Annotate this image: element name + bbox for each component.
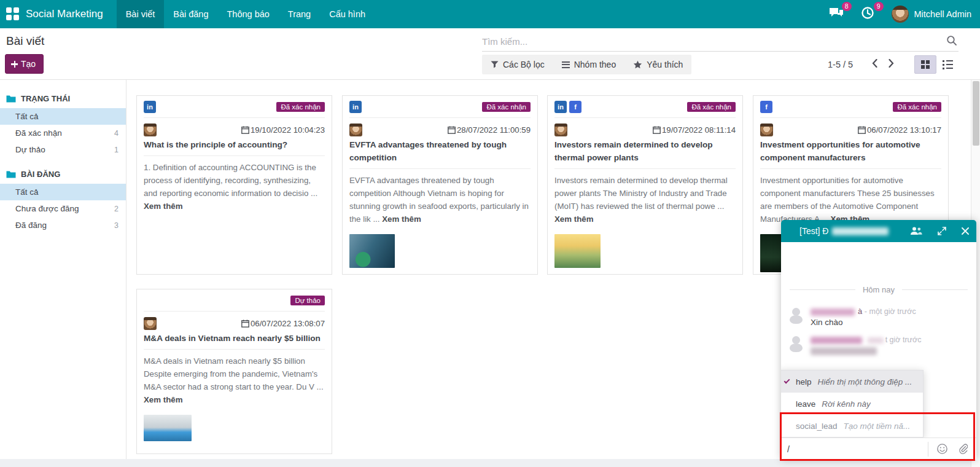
page-title: Bài viết [6, 34, 44, 48]
scrollbar-thumb[interactable] [973, 81, 979, 146]
filter-sidebar: TRẠNG THÁI Tất cả Đã xác nhận 4 Dự thảo … [0, 80, 126, 467]
read-more-link[interactable]: Xem thêm [144, 202, 183, 211]
sidebar-item-posts-all[interactable]: Tất cả [0, 184, 126, 200]
post-image [144, 415, 192, 441]
author-avatar [144, 317, 157, 330]
calendar-icon [448, 126, 456, 134]
linkedin-icon: in [554, 101, 567, 113]
message-text-redacted [811, 347, 877, 355]
status-badge: Đã xác nhận [276, 102, 325, 112]
kanban-view-button[interactable] [914, 55, 936, 74]
search-icon[interactable] [946, 35, 957, 49]
pager-next-button[interactable] [883, 57, 900, 73]
time-redacted [868, 337, 884, 343]
menu-bai-dang[interactable]: Bài đăng [164, 0, 217, 28]
date-divider: Hôm nay [790, 285, 968, 294]
sidebar-item-confirmed[interactable]: Đã xác nhận 4 [0, 125, 126, 141]
post-date: 28/07/2022 11:00:59 [448, 125, 531, 135]
messages-icon[interactable]: 8 [829, 6, 845, 22]
chat-header[interactable]: [Test] Đ [781, 220, 976, 242]
post-image [349, 234, 395, 268]
sidebar-section-posts: BÀI ĐĂNG [0, 164, 126, 184]
status-badge: Dự thảo [290, 296, 325, 305]
card-body: M&A deals in Vietnam reach nearly $5 bil… [144, 355, 325, 406]
attachment-icon[interactable] [956, 444, 976, 454]
card-title: M&A deals in Vietnam reach nearly $5 bil… [144, 332, 325, 345]
card-title: EVFTA advantages threatened by tough com… [349, 138, 531, 164]
kanban-card[interactable]: Dự thảo 06/07/2022 13:08:07 M&A deals in… [136, 289, 332, 454]
kanban-card[interactable]: in Đã xác nhận 28/07/2022 11:00:59 EVFTA… [342, 95, 538, 275]
create-button[interactable]: Tạo [5, 54, 44, 74]
chat-close-icon[interactable] [962, 227, 969, 235]
pager-previous-button[interactable] [866, 57, 883, 73]
top-navbar: Social Marketing Bài viết Bài đăng Thông… [0, 0, 980, 28]
menu-thong-bao[interactable]: Thông báo [217, 0, 278, 28]
menu-cau-hinh[interactable]: Cấu hình [320, 0, 375, 28]
linkedin-icon: in [144, 101, 156, 113]
read-more-link[interactable]: Xem thêm [382, 214, 421, 224]
command-social-lead[interactable]: social_lead Tạo một tiềm nă... [781, 415, 923, 437]
list-icon [943, 60, 953, 69]
star-icon [633, 60, 642, 69]
pager: 1-5 / 5 [828, 55, 900, 74]
view-switcher [914, 55, 959, 74]
author-avatar [349, 124, 362, 136]
calendar-icon [858, 126, 866, 134]
chat-message: à - một giờ trước Xin chào [781, 307, 976, 327]
search-input[interactable] [482, 36, 946, 47]
sidebar-section-status: TRẠNG THÁI [0, 88, 126, 108]
pager-range: 1-5 / 5 [828, 60, 853, 69]
sidebar-item-unpublished[interactable]: Chưa được đăng 2 [0, 200, 126, 217]
plus-icon [11, 61, 18, 68]
user-menu[interactable]: Mitchell Admin [892, 6, 971, 23]
kanban-card[interactable]: in Đã xác nhận 19/10/2022 10:04:23 What … [136, 95, 332, 275]
sidebar-item-draft[interactable]: Dự thảo 1 [0, 141, 126, 158]
chat-members-icon[interactable] [910, 227, 922, 235]
card-body: Investment opportunities for automotive … [760, 174, 941, 226]
folder-icon [6, 170, 16, 178]
chat-expand-icon[interactable] [938, 227, 946, 235]
list-view-button[interactable] [936, 55, 959, 74]
message-input[interactable] [781, 444, 928, 454]
post-date: 06/07/2022 13:08:07 [241, 319, 325, 328]
filters-button[interactable]: Các Bộ lọc [482, 55, 553, 74]
sidebar-item-status-all[interactable]: Tất cả [0, 108, 126, 125]
search-bar [482, 32, 959, 52]
sidebar-item-published[interactable]: Đã đăng 3 [0, 217, 126, 234]
card-title: What is the principle of accounting? [144, 138, 325, 151]
menu-bai-viet[interactable]: Bài viết [117, 0, 165, 28]
status-badge: Đã xác nhận [482, 102, 531, 112]
post-date: 19/10/2022 10:04:23 [241, 125, 325, 135]
user-name: Mitchell Admin [914, 9, 971, 19]
user-avatar [892, 6, 909, 23]
app-window: Social Marketing Bài viết Bài đăng Thông… [0, 0, 980, 467]
activities-clock-icon[interactable]: 9 [861, 6, 877, 22]
chat-composer [781, 438, 976, 460]
command-leave[interactable]: leave Rời kênh này [781, 393, 923, 415]
card-title: Investment opportunities for automotive … [760, 138, 941, 164]
emoji-icon[interactable] [928, 444, 956, 454]
post-image [554, 234, 601, 268]
read-more-link[interactable]: Xem thêm [144, 395, 183, 404]
messages-count-badge: 8 [842, 2, 852, 11]
card-body: Investors remain determined to develop t… [554, 174, 736, 226]
card-body: 1. Definition of accounting ACCOUNTING i… [144, 161, 325, 213]
kanban-card[interactable]: in f Đã xác nhận 19/07/2022 08:11:14 Inv… [547, 95, 743, 275]
facebook-icon: f [760, 101, 772, 113]
apps-grid-icon[interactable] [6, 7, 20, 21]
menu-trang[interactable]: Trang [279, 0, 320, 28]
status-badge: Đã xác nhận [893, 102, 941, 112]
person-avatar [788, 307, 804, 325]
command-help[interactable]: help Hiển thị một thông điệp ... [781, 371, 923, 393]
favorites-button[interactable]: Yêu thích [624, 55, 691, 74]
group-by-button[interactable]: Nhóm theo [553, 55, 624, 74]
author-name-redacted [811, 308, 855, 316]
group-by-icon [562, 61, 570, 68]
read-more-link[interactable]: Xem thêm [554, 214, 594, 224]
navbar-right: 8 9 Mitchell Admin [813, 0, 980, 28]
card-body: EVFTA advantages threatened by tough com… [349, 174, 531, 226]
status-badge: Đã xác nhận [687, 102, 736, 112]
chat-message: t giờ trước [781, 335, 976, 355]
post-date: 06/07/2022 13:10:17 [858, 125, 941, 135]
linkedin-icon: in [349, 101, 362, 113]
